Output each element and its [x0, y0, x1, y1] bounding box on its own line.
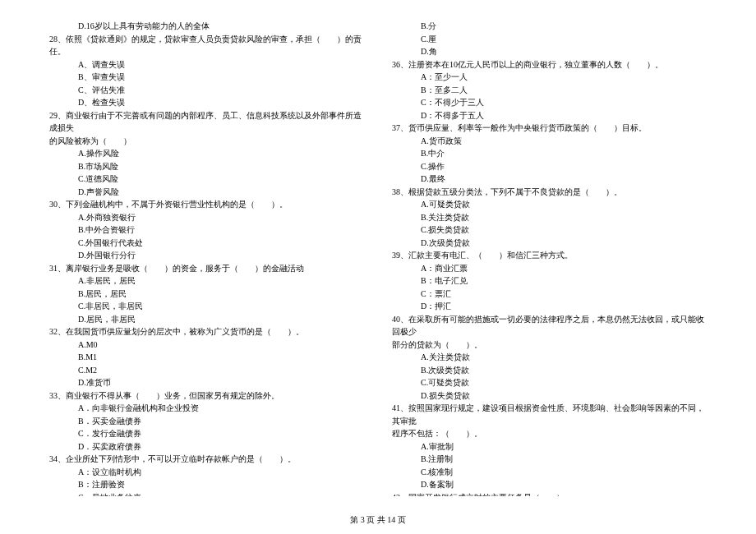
option-line: B.关注类贷款	[392, 211, 707, 224]
option-line: C.可疑类贷款	[392, 376, 707, 389]
question-line: 部分的贷款为（ ）。	[392, 338, 707, 352]
option-line: A.非居民，居民	[49, 274, 364, 288]
option-line: B.注册制	[392, 453, 707, 466]
option-line: C：不得少于三人	[392, 96, 707, 109]
option-line: B.M1	[49, 351, 364, 364]
option-line: A.审批制	[392, 440, 707, 453]
option-line: D.16岁以上具有劳动能力的人的全体	[49, 20, 364, 33]
exam-page: D.16岁以上具有劳动能力的人的全体28、依照《贷款通则》的规定，贷款审查人员负…	[0, 0, 756, 534]
question-line: 37、货币供应量、利率等一般作为中央银行货币政策的（ ）目标。	[392, 122, 707, 135]
option-line: B、审查失误	[49, 71, 364, 84]
option-line: D.居民，非居民	[49, 313, 364, 326]
option-line: C.操作	[392, 160, 707, 173]
option-line: D、检查失误	[49, 96, 364, 109]
option-line: B．买卖金融债券	[49, 415, 364, 428]
question-line: 30、下列金融机构中，不属于外资银行营业性机构的是（ ）。	[49, 198, 364, 211]
option-line: D.声誉风险	[49, 186, 364, 199]
option-line: A.关注类贷款	[392, 351, 707, 364]
option-line: C．发行金融债券	[49, 427, 364, 440]
option-line: D.次级类贷款	[392, 237, 707, 250]
option-line: C.M2	[49, 364, 364, 377]
question-line: 38、根据贷款五级分类法，下列不属于不良贷款的是（ ）。	[392, 186, 707, 199]
option-line: A.外商独资银行	[49, 211, 364, 224]
page-footer: 第 3 页 共 14 页	[0, 513, 756, 527]
option-line: C.非居民，非居民	[49, 300, 364, 313]
option-line: A.M0	[49, 338, 364, 352]
option-line: C、评估失准	[49, 84, 364, 97]
question-line: 41、按照国家现行规定，建设项目根据资金性质、环境影响、社会影响等因素的不同，其…	[392, 402, 707, 427]
question-line: 29、商业银行由于不完善或有问题的内部程序、员工、信息科技系统以及外部事件所造成…	[49, 109, 364, 135]
option-line: A.操作风险	[49, 147, 364, 160]
option-line: C.厘	[392, 33, 707, 46]
question-line: 32、在我国货币供应量划分的层次中，被称为广义货币的是（ ）。	[49, 325, 364, 338]
option-line: B.市场风险	[49, 160, 364, 173]
option-line: D.外国银行分行	[49, 249, 364, 262]
question-line: 程序不包括：（ ）。	[392, 427, 707, 440]
question-line: 33、商业银行不得从事（ ）业务，但国家另有规定的除外。	[49, 389, 364, 403]
question-line: 42、国家开发银行成立时的主要任务是（ ）。	[392, 491, 707, 497]
option-line: D.准货币	[49, 376, 364, 389]
option-line: B.分	[392, 20, 707, 33]
option-line: D．买卖政府债券	[49, 440, 364, 453]
question-line: 28、依照《贷款通则》的规定，贷款审查人员负责贷款风险的审查，承担（ ）的责任。	[49, 33, 364, 58]
option-line: D.角	[392, 45, 707, 58]
option-line: A：至少一人	[392, 71, 707, 84]
option-line: B.中外合资银行	[49, 223, 364, 237]
question-line: 39、汇款主要有电汇、（ ）和信汇三种方式。	[392, 249, 707, 262]
option-line: C.核准制	[392, 466, 707, 479]
option-line: C.道德风险	[49, 173, 364, 186]
question-line: 31、离岸银行业务是吸收（ ）的资金，服务于（ ）的金融活动	[49, 262, 364, 275]
right-column: B.分C.厘D.角36、注册资本在10亿元人民币以上的商业银行，独立董事的人数（…	[392, 20, 707, 496]
option-line: A：商业汇票	[392, 262, 707, 275]
option-line: D.损失类贷款	[392, 389, 707, 403]
option-line: D.最终	[392, 173, 707, 186]
two-column-layout: D.16岁以上具有劳动能力的人的全体28、依照《贷款通则》的规定，贷款审查人员负…	[49, 20, 707, 496]
option-line: B.次级类贷款	[392, 364, 707, 377]
option-line: A、调查失误	[49, 58, 364, 71]
option-line: B：注册验资	[49, 478, 364, 491]
option-line: C.外国银行代表处	[49, 237, 364, 250]
left-column: D.16岁以上具有劳动能力的人的全体28、依照《贷款通则》的规定，贷款审查人员负…	[49, 20, 364, 496]
option-line: A．向非银行金融机构和企业投资	[49, 402, 364, 415]
option-line: B：至多二人	[392, 84, 707, 97]
option-line: C：异地业务往来	[49, 491, 364, 497]
option-line: D：押汇	[392, 300, 707, 313]
option-line: B.居民，居民	[49, 288, 364, 301]
option-line: D.备案制	[392, 478, 707, 491]
question-line: 36、注册资本在10亿元人民币以上的商业银行，独立董事的人数（ ）。	[392, 58, 707, 71]
question-line: 40、在采取所有可能的措施或一切必要的法律程序之后，本息仍然无法收回，或只能收回…	[392, 313, 707, 338]
option-line: A.货币政策	[392, 135, 707, 148]
option-line: B.中介	[392, 147, 707, 160]
option-line: A：设立临时机构	[49, 466, 364, 479]
option-line: D：不得多于五人	[392, 109, 707, 122]
option-line: B：电子汇兑	[392, 274, 707, 288]
question-line: 34、企业所处下列情形中，不可以开立临时存款帐户的是（ ）。	[49, 453, 364, 466]
question-line: 的风险被称为（ ）	[49, 135, 364, 148]
option-line: C.损失类贷款	[392, 223, 707, 237]
option-line: C：票汇	[392, 288, 707, 301]
option-line: A.可疑类贷款	[392, 198, 707, 211]
